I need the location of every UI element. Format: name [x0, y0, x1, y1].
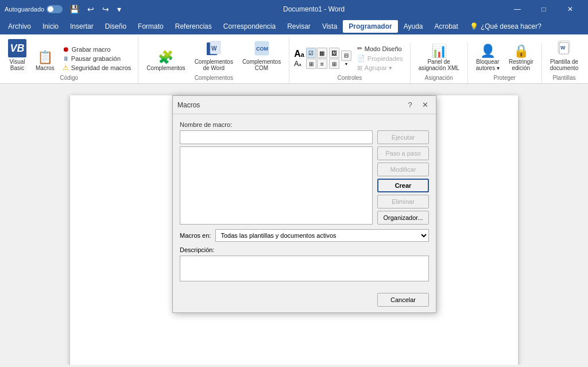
- complementos-icon: 🧩: [158, 51, 173, 64]
- control-grid: ☑ ▦ ⊞ ≡: [306, 48, 327, 69]
- macros-label: Macros: [36, 65, 55, 71]
- autosave-toggle[interactable]: Autoguardado: [5, 5, 63, 13]
- ctrl-table[interactable]: ▦: [317, 48, 327, 58]
- menu-insertar[interactable]: Insertar: [64, 20, 99, 33]
- autosave-label: Autoguardado: [5, 6, 44, 13]
- maximize-button[interactable]: □: [531, 0, 557, 18]
- panel-asignacion-icon: 📊: [431, 45, 447, 57]
- propiedades-button[interactable]: 📄 Propiedades: [355, 54, 405, 63]
- plantilla-icon: W: [555, 39, 573, 57]
- svg-text:W: W: [211, 45, 217, 52]
- controles-group-label: Controles: [337, 75, 362, 81]
- proteger-group-label: Proteger: [494, 75, 516, 81]
- dialog-close-button[interactable]: ✕: [419, 99, 431, 111]
- macros-en-label: Macros en:: [180, 232, 211, 239]
- cancelar-button[interactable]: Cancelar: [377, 293, 429, 307]
- modificar-button[interactable]: Modificar: [377, 163, 429, 176]
- bloquear-button[interactable]: 👤 Bloquearautores ▾: [473, 44, 503, 72]
- complementos-com-label: ComplementosCOM: [242, 59, 281, 71]
- menu-archivo[interactable]: Archivo: [2, 20, 37, 33]
- pause-icon: ⏸: [63, 55, 69, 62]
- customize-icon[interactable]: ▾: [115, 3, 123, 15]
- ribbon-group-controles: Aa Aa ☑ ▦ ⊞ ≡ 🖼 ⊞ ⊟ ▾: [289, 43, 410, 83]
- macro-list[interactable]: [180, 146, 373, 225]
- dialog-help-button[interactable]: ?: [404, 99, 416, 111]
- complementos-com-button[interactable]: COM ComplementosCOM: [239, 38, 284, 72]
- menu-acrobat[interactable]: Acrobat: [429, 20, 464, 33]
- close-button[interactable]: ✕: [557, 0, 583, 18]
- ribbon-addins-items: 🧩 Complementos W Complementosde Word: [143, 38, 284, 72]
- eliminar-button[interactable]: Eliminar: [377, 195, 429, 208]
- ribbon-group-complementos: 🧩 Complementos W Complementosde Word: [138, 37, 289, 83]
- restringir-icon: 🔒: [513, 45, 529, 57]
- ctrl-checkbox[interactable]: ☑: [306, 48, 316, 58]
- ctrl-scroll[interactable]: ≡: [317, 59, 327, 69]
- undo-icon[interactable]: ↩: [85, 3, 96, 15]
- crear-button[interactable]: Crear: [377, 179, 429, 192]
- title-bar: Autoguardado 💾 ↩ ↪ ▾ Documento1 - Word —…: [0, 0, 588, 18]
- modo-diseno-button[interactable]: ✏ Modo Diseño: [355, 44, 405, 53]
- seguridad-macros-button[interactable]: ⚠ Seguridad de macros: [60, 63, 134, 72]
- pausar-grabacion-button[interactable]: ⏸ Pausar grabación: [60, 55, 134, 63]
- complementos-com-icon: COM: [253, 39, 271, 57]
- restringir-button[interactable]: 🔒 Restringiredición: [505, 44, 537, 72]
- svg-text:W: W: [560, 45, 566, 51]
- ctrl-dropdown[interactable]: ⊞: [306, 59, 316, 69]
- visual-basic-label: VisualBasic: [9, 59, 25, 71]
- macros-en-select[interactable]: Todas las plantillas y documentos activo…: [215, 229, 429, 242]
- save-icon[interactable]: 💾: [67, 3, 82, 15]
- complementos-word-button[interactable]: W Complementosde Word: [191, 38, 237, 72]
- menu-ayuda[interactable]: Ayuda: [398, 20, 429, 33]
- macro-action-buttons: Ejecutar Paso a paso Modificar Crear Eli…: [377, 130, 429, 225]
- title-bar-left: Autoguardado 💾 ↩ ↪ ▾: [5, 3, 123, 15]
- dialog-title: Macros: [177, 101, 200, 109]
- ctrl-dropdown-arrow[interactable]: ▾: [341, 61, 351, 67]
- menu-correspondencia[interactable]: Correspondencia: [218, 20, 281, 33]
- complementos-word-label: Complementosde Word: [195, 59, 233, 71]
- menu-que-desea[interactable]: 💡 ¿Qué desea hacer?: [464, 20, 547, 33]
- ctrl-extra-btns: 🖼 ⊞: [329, 48, 339, 69]
- paso-a-paso-button[interactable]: Paso a paso: [377, 146, 429, 160]
- title-bar-controls: — □ ✕: [504, 0, 583, 18]
- complementos-button[interactable]: 🧩 Complementos: [143, 50, 188, 72]
- complementos-word-icon: W: [204, 39, 223, 57]
- ribbon-group-asignacion: 📊 Panel deasignación XML Asignación: [411, 43, 468, 83]
- panel-asignacion-button[interactable]: 📊 Panel deasignación XML: [415, 44, 463, 72]
- menu-referencias[interactable]: Referencias: [169, 20, 218, 33]
- menu-formato[interactable]: Formato: [132, 20, 169, 33]
- toggle-knob: [48, 6, 53, 12]
- macros-button[interactable]: 📋 Macros: [32, 50, 58, 72]
- aa-large-btn[interactable]: Aa: [294, 49, 304, 59]
- descripcion-box[interactable]: [180, 256, 429, 281]
- ctrl-more[interactable]: ⊞: [329, 59, 339, 69]
- menu-programador[interactable]: Programador: [343, 20, 397, 33]
- agrupar-button[interactable]: ⊞ Agrupar ▾: [355, 64, 405, 72]
- ribbon-group-plantillas: W Plantilla dedocumento Plantillas: [542, 37, 586, 83]
- menu-vista[interactable]: Vista: [316, 20, 343, 33]
- visual-basic-button[interactable]: VB VisualBasic: [5, 38, 30, 72]
- ctrl-legacy[interactable]: ⊟: [341, 51, 351, 61]
- bloquear-label: Bloquearautores ▾: [476, 59, 500, 71]
- grabar-macro-button[interactable]: ⏺ Grabar macro: [60, 45, 134, 54]
- menu-revisar[interactable]: Revisar: [281, 20, 316, 33]
- ctrl-legacy-btns: ⊟ ▾: [341, 51, 351, 67]
- mode-buttons: ✏ Modo Diseño 📄 Propiedades ⊞ Agrupar ▾: [355, 44, 405, 72]
- title-bar-icons: 💾 ↩ ↪ ▾: [67, 3, 123, 15]
- aa-small-btn[interactable]: Aa: [294, 60, 304, 68]
- propiedades-icon: 📄: [357, 55, 365, 62]
- organizador-button[interactable]: Organizador...: [377, 211, 429, 225]
- complementos-label: Complementos: [146, 65, 185, 71]
- macro-name-input[interactable]: [180, 130, 373, 144]
- ctrl-image[interactable]: 🖼: [329, 48, 339, 58]
- minimize-button[interactable]: —: [504, 0, 531, 18]
- redo-icon[interactable]: ↪: [100, 3, 111, 15]
- menu-diseno[interactable]: Diseño: [99, 20, 132, 33]
- dialog-titlebar: Macros ? ✕: [173, 96, 436, 114]
- ejecutar-button[interactable]: Ejecutar: [377, 130, 429, 144]
- plantilla-button[interactable]: W Plantilla dedocumento: [547, 38, 582, 72]
- autosave-switch[interactable]: [47, 5, 63, 13]
- macros-en-row: Macros en: Todas las plantillas y docume…: [180, 229, 429, 242]
- menu-inicio[interactable]: Inicio: [37, 20, 64, 33]
- nombre-macro-label: Nombre de macro:: [180, 121, 429, 128]
- ribbon-group-proteger: 👤 Bloquearautores ▾ 🔒 Restringiredición …: [468, 43, 542, 83]
